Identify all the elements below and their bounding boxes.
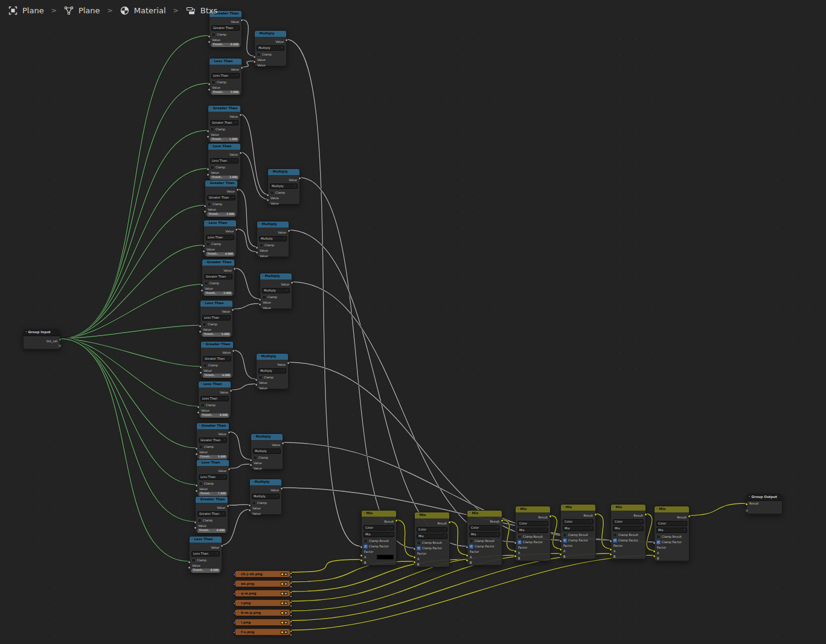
threshold-field[interactable]: Thresh..7.000 bbox=[199, 492, 227, 496]
clamp-result-checkbox[interactable] bbox=[656, 535, 661, 539]
node-header[interactable]: ˅Less Than bbox=[197, 460, 229, 466]
output-socket-alpha[interactable] bbox=[290, 585, 292, 588]
color-swatch[interactable] bbox=[377, 555, 394, 560]
node-header[interactable]: ˅Multiply bbox=[257, 222, 289, 228]
math-node-multiply-5[interactable]: ˅MultiplyValueMultiply˅ClampValueValue bbox=[251, 433, 283, 470]
node-header[interactable]: ˅Greater Than bbox=[208, 106, 240, 112]
data-type-dropdown[interactable]: Color˅ bbox=[517, 521, 548, 526]
input-socket-value[interactable] bbox=[203, 205, 206, 208]
math-node-greater-than-4[interactable]: ˅Greater ThanValueGreater Than˅ClampValu… bbox=[205, 180, 238, 217]
collapse-chevron-icon[interactable]: ˅ bbox=[656, 508, 658, 511]
input-socket-threshold[interactable] bbox=[203, 210, 206, 213]
input-socket-b[interactable] bbox=[609, 553, 612, 556]
collapse-chevron-icon[interactable]: ˅ bbox=[262, 275, 264, 278]
collapse-chevron-icon[interactable]: ˅ bbox=[253, 435, 255, 438]
threshold-field[interactable]: Thresh..5.000 bbox=[199, 455, 227, 459]
node-header[interactable]: ˅Multiply bbox=[251, 434, 283, 440]
clamp-factor-checkbox[interactable]: ✓ bbox=[517, 540, 522, 544]
operation-dropdown[interactable]: Less Than˅ bbox=[200, 396, 229, 401]
mix-node-3[interactable]: ˅MixResultColor˅Mix˅Clamp Result✓Clamp F… bbox=[515, 506, 551, 561]
output-socket-color[interactable] bbox=[290, 582, 292, 584]
input-socket-threshold[interactable] bbox=[194, 526, 197, 529]
node-header[interactable]: ˅Mix bbox=[611, 505, 645, 511]
clamp-checkbox[interactable] bbox=[206, 242, 210, 246]
input-socket-threshold[interactable] bbox=[208, 40, 211, 43]
output-socket-btx-val[interactable] bbox=[59, 338, 62, 341]
collapse-chevron-icon[interactable]: › bbox=[238, 601, 239, 605]
clamp-checkbox[interactable] bbox=[210, 165, 214, 170]
collapse-chevron-icon[interactable]: ˅ bbox=[613, 506, 615, 509]
clamp-checkbox[interactable] bbox=[199, 445, 203, 449]
math-node-multiply-0[interactable]: ˅MultiplyValueMultiply˅ClampValueValue bbox=[254, 30, 287, 66]
node-header[interactable]: ˅Mix bbox=[655, 506, 689, 512]
math-node-less-than-7[interactable]: ˅Less ThanValueLess Than˅ClampValueThres… bbox=[200, 300, 233, 337]
collapse-chevron-icon[interactable]: ˅ bbox=[257, 32, 258, 35]
math-node-less-than-11[interactable]: ˅Less ThanValueLess Than˅ClampValueThres… bbox=[196, 459, 229, 496]
output-socket-value[interactable] bbox=[239, 113, 242, 116]
clamp-factor-checkbox[interactable]: ✓ bbox=[363, 544, 368, 549]
node-header[interactable]: ˅Less Than bbox=[210, 59, 242, 65]
collapse-chevron-icon[interactable]: ˅ bbox=[270, 170, 272, 173]
data-type-dropdown[interactable]: Color˅ bbox=[469, 525, 500, 531]
input-socket-factor[interactable] bbox=[559, 540, 562, 543]
output-socket-color[interactable] bbox=[290, 630, 292, 633]
operation-dropdown[interactable]: Multiply˅ bbox=[253, 448, 281, 454]
threshold-field[interactable]: Thresh..1.000 bbox=[210, 138, 239, 142]
output-socket-color[interactable] bbox=[290, 572, 292, 575]
collapse-chevron-icon[interactable]: › bbox=[238, 582, 239, 585]
output-socket-alpha[interactable] bbox=[290, 595, 292, 598]
output-socket-alpha[interactable] bbox=[290, 605, 292, 607]
input-socket-value-2[interactable] bbox=[258, 303, 261, 306]
mix-node-0[interactable]: ˅MixResultColor˅Mix˅Clamp Result✓Clamp F… bbox=[361, 510, 397, 566]
node-header[interactable]: ˅Multiply bbox=[257, 354, 288, 360]
clamp-result-checkbox[interactable] bbox=[517, 535, 522, 539]
input-socket-b[interactable] bbox=[559, 553, 562, 556]
input-socket-threshold[interactable] bbox=[206, 173, 210, 176]
operation-dropdown[interactable]: Greater Than˅ bbox=[197, 511, 226, 517]
input-socket-factor[interactable] bbox=[360, 546, 363, 549]
collapse-chevron-icon[interactable]: ˅ bbox=[199, 424, 200, 427]
collapse-chevron-icon[interactable]: › bbox=[238, 591, 239, 595]
node-header[interactable]: ˅Less Than bbox=[199, 381, 231, 387]
clamp-result-checkbox[interactable] bbox=[363, 539, 368, 543]
threshold-field[interactable]: Thresh..0.000 bbox=[211, 43, 240, 47]
clamp-result-checkbox[interactable] bbox=[469, 539, 473, 543]
blend-mode-dropdown[interactable]: Mix˅ bbox=[469, 532, 500, 537]
operation-dropdown[interactable]: Greater Than˅ bbox=[207, 195, 235, 200]
node-header[interactable]: ˅Multiply bbox=[250, 479, 281, 485]
operation-dropdown[interactable]: Less Than˅ bbox=[191, 551, 220, 556]
math-node-greater-than-6[interactable]: ˅Greater ThanValueGreater Than˅ClampValu… bbox=[202, 259, 235, 296]
input-socket-vector[interactable] bbox=[233, 631, 235, 634]
data-type-dropdown[interactable]: Color˅ bbox=[363, 525, 394, 531]
math-node-multiply-2[interactable]: ˅MultiplyValueMultiply˅ClampValueValue bbox=[257, 221, 289, 257]
node-header[interactable]: ˅Greater Than bbox=[202, 260, 234, 266]
input-socket-threshold[interactable] bbox=[202, 250, 205, 253]
input-socket-a[interactable] bbox=[609, 548, 612, 551]
input-socket-factor[interactable] bbox=[653, 541, 656, 544]
node-header[interactable]: ˅Greater Than bbox=[196, 497, 228, 503]
clamp-checkbox[interactable] bbox=[211, 80, 216, 84]
input-socket-value[interactable] bbox=[206, 130, 210, 133]
operation-dropdown[interactable]: Less Than˅ bbox=[202, 315, 231, 320]
operation-dropdown[interactable]: Less Than˅ bbox=[210, 158, 239, 164]
data-type-dropdown[interactable]: Color˅ bbox=[417, 527, 447, 532]
collapse-chevron-icon[interactable]: ˅ bbox=[197, 498, 199, 501]
clamp-checkbox[interactable] bbox=[197, 518, 202, 523]
clamp-result-checkbox[interactable] bbox=[417, 541, 421, 545]
collapse-chevron-icon[interactable]: › bbox=[238, 611, 239, 614]
alpha-output-socket[interactable] bbox=[284, 582, 287, 585]
operation-dropdown[interactable]: Multiply˅ bbox=[258, 368, 286, 374]
node-header[interactable]: ˅Group Input bbox=[24, 330, 60, 336]
operation-dropdown[interactable]: Multiply˅ bbox=[252, 494, 280, 499]
node-header[interactable]: ˅Mix bbox=[516, 506, 550, 512]
input-socket-value-1[interactable] bbox=[255, 378, 258, 381]
collapse-chevron-icon[interactable]: ˅ bbox=[363, 512, 365, 515]
operation-dropdown[interactable]: Multiply˅ bbox=[262, 288, 290, 293]
blend-mode-dropdown[interactable]: Mix˅ bbox=[656, 528, 687, 533]
clamp-checkbox[interactable] bbox=[253, 456, 257, 460]
input-socket-value-2[interactable] bbox=[248, 509, 251, 512]
mix-node-6[interactable]: ˅MixResultColor˅Mix˅Clamp Result✓Clamp F… bbox=[654, 506, 690, 561]
input-socket-vector[interactable] bbox=[233, 612, 235, 614]
output-socket-result[interactable] bbox=[501, 519, 504, 522]
collapse-chevron-icon[interactable]: ˅ bbox=[417, 514, 418, 517]
